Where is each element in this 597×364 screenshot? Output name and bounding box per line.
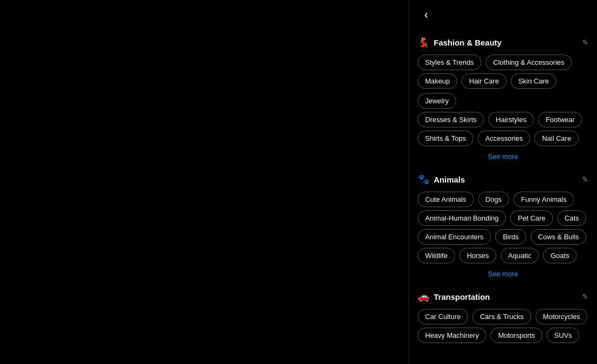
tag-heavy-machinery[interactable]: Heavy Machinery <box>418 328 486 343</box>
tags-row-1-2: Animal EncountersBirdsCows & Bulls <box>418 229 588 245</box>
back-button[interactable]: ‹ <box>418 6 435 24</box>
section-title: Transportation <box>434 292 490 301</box>
section-transportation: 🚗Transportation✎Car CultureCars & Trucks… <box>418 291 588 343</box>
section-animals: 🐾Animals✎Cute AnimalsDogsFunny AnimalsAn… <box>418 173 588 280</box>
see-more-link[interactable]: See more <box>418 268 588 280</box>
tags-row-0-2: Dresses & SkirtsHairstylesFootwear <box>418 112 588 127</box>
tag-dogs[interactable]: Dogs <box>478 192 509 207</box>
tag-hairstyles[interactable]: Hairstyles <box>488 112 534 127</box>
subtitle-text <box>409 29 597 36</box>
tags-row-2-0: Car CultureCars & TrucksMotorcycles <box>418 309 588 324</box>
tag-goats[interactable]: Goats <box>543 248 577 263</box>
section-emoji: 🚗 <box>418 291 429 302</box>
section-emoji: 💃 <box>418 36 429 48</box>
tag-footwear[interactable]: Footwear <box>538 112 582 127</box>
tag-accessories[interactable]: Accessories <box>478 131 530 146</box>
tag-hair-care[interactable]: Hair Care <box>462 73 507 89</box>
tag-motorcycles[interactable]: Motorcycles <box>535 309 587 324</box>
section-emoji: 🐾 <box>418 173 429 185</box>
tag-car-culture[interactable]: Car Culture <box>418 309 468 324</box>
tag-funny-animals[interactable]: Funny Animals <box>513 192 574 207</box>
tag-animal-human-bonding[interactable]: Animal-Human Bonding <box>418 210 506 226</box>
tags-row-0-1: MakeupHair CareSkin CareJewelry <box>418 73 588 109</box>
tag-cute-animals[interactable]: Cute Animals <box>418 192 474 207</box>
tag-cows-bulls[interactable]: Cows & Bulls <box>531 229 587 245</box>
tags-row-0-0: Styles & TrendsClothing & Accessories <box>418 55 588 70</box>
tag-cars-trucks[interactable]: Cars & Trucks <box>472 309 531 324</box>
tags-row-1-3: WildlifeHorsesAquaticGoats <box>418 248 588 263</box>
tag-skin-care[interactable]: Skin Care <box>511 73 556 89</box>
section-edit-icon[interactable]: ✎ <box>582 175 588 184</box>
tag-horses[interactable]: Horses <box>459 248 496 263</box>
tag-shirts-tops[interactable]: Shirts & Tops <box>418 131 473 146</box>
tag-animal-encounters[interactable]: Animal Encounters <box>418 229 491 245</box>
section-header: 🚗Transportation✎ <box>418 291 588 302</box>
tag-styles-trends[interactable]: Styles & Trends <box>418 55 481 70</box>
section-fashion-&-beauty: 💃Fashion & Beauty✎Styles & TrendsClothin… <box>418 36 588 163</box>
section-edit-icon[interactable]: ✎ <box>582 38 588 47</box>
video-panel <box>0 0 409 364</box>
tag-aquatic[interactable]: Aquatic <box>501 248 539 263</box>
tag-jewelry[interactable]: Jewelry <box>418 93 456 109</box>
tags-row-1-1: Animal-Human BondingPet CareCats <box>418 210 588 226</box>
tag-clothing-accessories[interactable]: Clothing & Accessories <box>486 55 572 70</box>
tags-row-1-0: Cute AnimalsDogsFunny Animals <box>418 192 588 207</box>
tag-wildlife[interactable]: Wildlife <box>418 248 455 263</box>
tag-birds[interactable]: Birds <box>495 229 526 245</box>
panel-header: ‹ <box>409 0 597 29</box>
tags-row-2-1: Heavy MachineryMotorsportsSUVs <box>418 328 588 343</box>
tag-makeup[interactable]: Makeup <box>418 73 457 89</box>
tag-cats[interactable]: Cats <box>557 210 587 226</box>
tag-suvs[interactable]: SUVs <box>547 328 579 343</box>
tag-dresses-skirts[interactable]: Dresses & Skirts <box>418 112 484 127</box>
tag-nail-care[interactable]: Nail Care <box>534 131 578 146</box>
tag-motorsports[interactable]: Motorsports <box>490 328 542 343</box>
tag-pet-care[interactable]: Pet Care <box>510 210 553 226</box>
see-more-link[interactable]: See more <box>418 150 588 163</box>
section-edit-icon[interactable]: ✎ <box>582 292 588 301</box>
section-title: Animals <box>434 175 465 184</box>
section-header: 💃Fashion & Beauty✎ <box>418 36 588 48</box>
section-title: Fashion & Beauty <box>434 38 502 47</box>
topics-panel: ‹ 💃Fashion & Beauty✎Styles & TrendsCloth… <box>409 0 597 364</box>
section-header: 🐾Animals✎ <box>418 173 588 185</box>
tags-row-0-3: Shirts & TopsAccessoriesNail Care <box>418 131 588 146</box>
topics-content: 💃Fashion & Beauty✎Styles & TrendsClothin… <box>409 36 597 364</box>
